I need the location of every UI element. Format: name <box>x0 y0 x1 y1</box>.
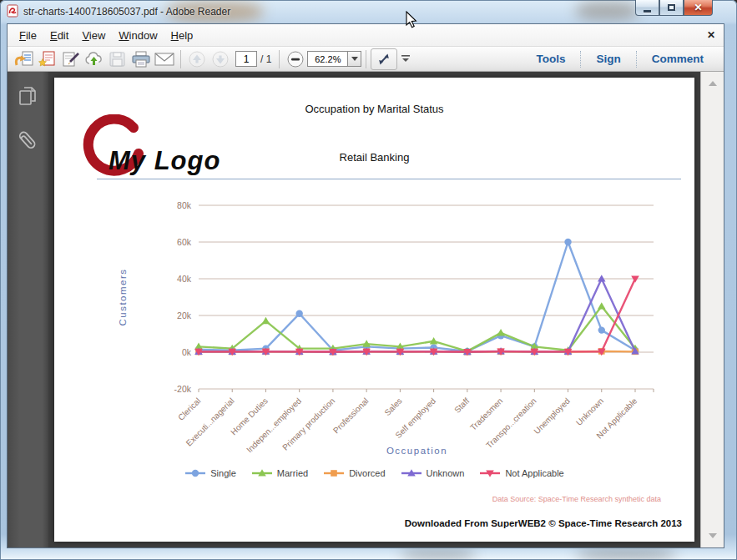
toolbar-more-button[interactable] <box>397 48 414 70</box>
previous-page-button[interactable] <box>185 48 209 70</box>
print-button[interactable] <box>129 48 153 70</box>
legend-label: Married <box>277 468 308 478</box>
svg-text:Clerical: Clerical <box>176 396 202 422</box>
menu-edit[interactable]: Edit <box>43 26 75 45</box>
email-icon <box>154 52 174 67</box>
svg-text:60k: 60k <box>177 237 192 247</box>
restore-icon <box>668 4 675 11</box>
minimize-button[interactable] <box>635 0 659 16</box>
menu-window[interactable]: Window <box>112 26 164 45</box>
next-page-button[interactable] <box>209 48 232 70</box>
menu-file[interactable]: File <box>13 26 43 45</box>
svg-text:0k: 0k <box>182 347 192 357</box>
download-footer: Downloaded From SuperWEB2 © Space-Time R… <box>405 518 682 528</box>
sign-pen-icon <box>61 51 81 68</box>
save-icon <box>109 51 127 68</box>
page-count-label: / 1 <box>260 53 271 65</box>
legend-marker-icon <box>251 468 273 478</box>
svg-text:Professional: Professional <box>331 396 371 436</box>
legend-label: Not Applicable <box>505 468 563 478</box>
vertical-scrollbar[interactable] <box>700 72 724 547</box>
legend-marker-icon <box>479 468 501 478</box>
data-source-note: Data Source: Space-Time Research synthet… <box>492 495 661 503</box>
tools-panel-button[interactable]: Tools <box>521 47 580 71</box>
email-button[interactable] <box>153 48 176 70</box>
pages-icon <box>18 86 38 108</box>
toolbar-separator <box>366 50 366 68</box>
save-button[interactable] <box>106 48 129 70</box>
aero-glass-blob <box>401 550 476 558</box>
document-viewer: Occupation by Marital Status My Logo Ret… <box>8 72 724 547</box>
chart-svg: 80k60k40k20k0k-20kClericalExecuti...nage… <box>113 194 664 478</box>
menu-view[interactable]: View <box>75 26 112 45</box>
svg-text:Staff: Staff <box>452 396 471 414</box>
sign-panel-button[interactable]: Sign <box>581 47 635 71</box>
restore-button[interactable] <box>659 0 684 16</box>
adobe-reader-app-icon <box>6 4 19 21</box>
legend-item: Unknown <box>401 468 465 478</box>
svg-text:Unemployed: Unemployed <box>532 396 571 436</box>
svg-text:Tradesmen: Tradesmen <box>468 396 504 432</box>
attachments-button[interactable] <box>15 129 42 155</box>
window-title: str-charts-1400718605037.pdf - Adobe Rea… <box>23 6 230 18</box>
resize-arrows-icon <box>376 52 391 67</box>
svg-text:Customers: Customers <box>118 268 128 325</box>
toolbar-panels: Tools Sign Comment <box>521 47 719 71</box>
page-thumbnails-button[interactable] <box>15 83 42 110</box>
close-document-icon[interactable]: ✕ <box>707 29 715 41</box>
svg-text:-20k: -20k <box>174 384 192 394</box>
menubar: File Edit View Window Help ✕ <box>8 24 724 47</box>
page-up-icon <box>188 50 206 68</box>
paperclip-icon <box>18 129 39 154</box>
chart-subtitle: Retail Banking <box>54 151 694 164</box>
scroll-down-icon <box>709 533 717 538</box>
adobe-reader-window: str-charts-1400718605037.pdf - Adobe Rea… <box>0 0 737 560</box>
legend-item: Single <box>184 468 236 478</box>
svg-text:20k: 20k <box>177 310 192 320</box>
scroll-up-icon <box>709 81 717 86</box>
comment-panel-button[interactable]: Comment <box>637 47 719 71</box>
create-pdf-icon <box>38 51 58 68</box>
logo: My Logo <box>80 114 255 181</box>
menu-help[interactable]: Help <box>164 26 200 45</box>
svg-text:Unknown: Unknown <box>574 396 605 427</box>
titlebar[interactable]: str-charts-1400718605037.pdf - Adobe Rea… <box>0 0 737 23</box>
zoom-dropdown-button[interactable] <box>347 51 361 67</box>
chart-title: Occupation by Marital Status <box>54 103 694 115</box>
navigation-sidebar <box>8 72 48 547</box>
legend-label: Divorced <box>349 468 385 478</box>
scroll-down-button[interactable] <box>701 526 724 546</box>
header-divider <box>97 179 681 179</box>
svg-text:80k: 80k <box>177 200 192 210</box>
legend-marker-icon <box>184 468 206 478</box>
legend-item: Married <box>251 468 308 478</box>
toolbar-separator <box>180 50 181 68</box>
sign-document-button[interactable] <box>59 48 83 70</box>
close-icon: ✕ <box>694 3 702 13</box>
svg-text:Sales: Sales <box>382 396 403 417</box>
legend-label: Single <box>210 468 236 478</box>
open-file-button[interactable] <box>13 48 36 70</box>
scroll-up-button[interactable] <box>701 73 724 93</box>
document-canvas[interactable]: Occupation by Marital Status My Logo Ret… <box>48 72 700 547</box>
toolbar-separator <box>279 50 280 68</box>
cloud-upload-button[interactable] <box>83 48 106 70</box>
svg-text:40k: 40k <box>177 274 192 284</box>
fit-width-button[interactable] <box>371 48 397 70</box>
aero-glass-blob <box>576 550 676 558</box>
zoom-level-input[interactable] <box>307 51 347 67</box>
pdf-page: Occupation by Marital Status My Logo Ret… <box>54 78 694 542</box>
page-number-input[interactable] <box>235 51 257 67</box>
window-controls: ✕ <box>635 0 713 16</box>
chart: 80k60k40k20k0k-20kClericalExecuti...nage… <box>113 194 664 478</box>
page-down-icon <box>211 50 230 68</box>
zoom-out-button[interactable] <box>284 48 307 70</box>
toolbar: / 1 Tools Sign Comment <box>8 47 724 72</box>
close-button[interactable]: ✕ <box>684 0 713 16</box>
chart-legend: SingleMarriedDivorcedUnknownNot Applicab… <box>54 468 694 478</box>
legend-marker-icon <box>401 468 422 478</box>
chevron-more-icon <box>401 55 411 63</box>
open-file-icon <box>14 51 34 68</box>
legend-item: Divorced <box>323 468 385 478</box>
create-pdf-button[interactable] <box>36 48 59 70</box>
